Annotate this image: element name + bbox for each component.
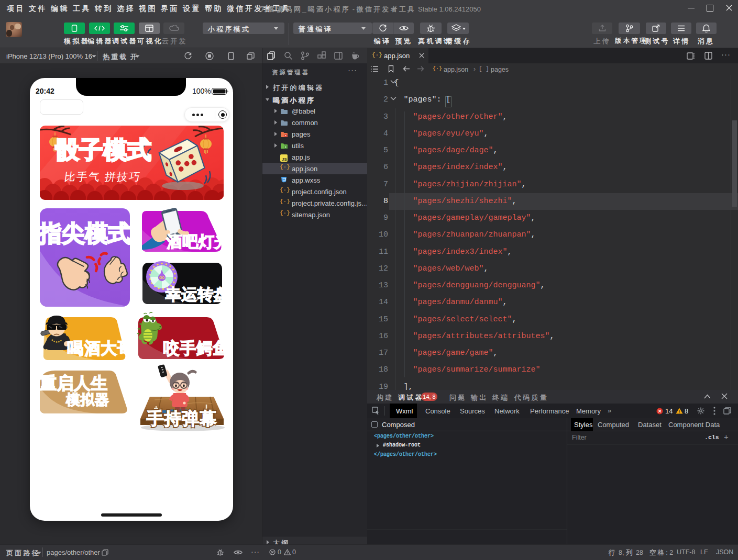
svg-text:比手气 拼技巧: 比手气 拼技巧 [64,171,142,183]
svg-text:指尖模式: 指尖模式 [38,220,131,246]
svg-text:重启人生: 重启人生 [40,374,108,393]
svg-text:喝酒大哥: 喝酒大哥 [68,339,134,357]
svg-text:手持弹幕: 手持弹幕 [146,409,217,428]
svg-text:幸运转盘: 幸运转盘 [166,286,229,303]
svg-text:咬手鳄鱼: 咬手鳄鱼 [163,339,229,357]
svg-text:酒吧灯光: 酒吧灯光 [166,233,230,250]
svg-text:骰子模式: 骰子模式 [55,136,151,163]
svg-text:GO: GO [159,276,164,279]
svg-text:模拟器: 模拟器 [65,392,109,408]
